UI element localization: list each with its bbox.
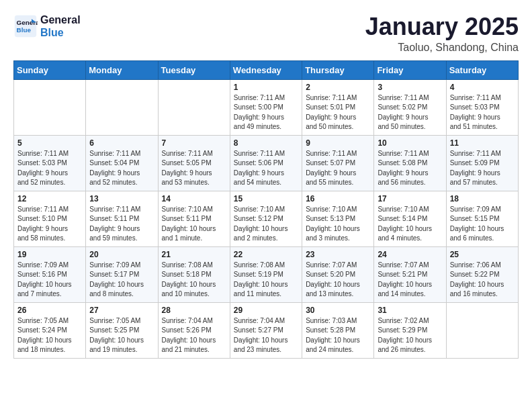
calendar-day-14: 14Sunrise: 7:10 AMSunset: 5:11 PMDayligh…	[158, 191, 230, 246]
day-number: 18	[450, 194, 515, 203]
day-number: 11	[450, 138, 515, 148]
main-title: January 2025	[365, 13, 519, 40]
calendar-day-4: 4Sunrise: 7:11 AMSunset: 5:03 PMDaylight…	[446, 79, 518, 135]
day-info: Sunrise: 7:10 AMSunset: 5:12 PMDaylight:…	[234, 205, 298, 244]
day-number: 7	[162, 138, 226, 148]
day-number: 9	[306, 138, 370, 148]
day-info: Sunrise: 7:11 AMSunset: 5:07 PMDaylight:…	[306, 149, 370, 188]
day-info: Sunrise: 7:11 AMSunset: 5:11 PMDaylight:…	[89, 205, 154, 244]
calendar-week-row: 1Sunrise: 7:11 AMSunset: 5:00 PMDaylight…	[14, 79, 519, 135]
day-number: 26	[17, 306, 82, 315]
day-header-saturday: Saturday	[446, 60, 518, 79]
day-header-monday: Monday	[86, 60, 158, 79]
calendar-day-25: 25Sunrise: 7:06 AMSunset: 5:22 PMDayligh…	[446, 246, 518, 302]
day-number: 22	[234, 250, 298, 259]
calendar-day-23: 23Sunrise: 7:07 AMSunset: 5:20 PMDayligh…	[302, 246, 374, 302]
logo-icon: General Blue	[13, 14, 38, 38]
day-info: Sunrise: 7:05 AMSunset: 5:25 PMDaylight:…	[89, 316, 154, 355]
day-info: Sunrise: 7:11 AMSunset: 5:09 PMDaylight:…	[450, 149, 515, 188]
title-block: January 2025 Taoluo, Shandong, China	[365, 13, 519, 54]
calendar-day-9: 9Sunrise: 7:11 AMSunset: 5:07 PMDaylight…	[302, 135, 374, 191]
day-info: Sunrise: 7:10 AMSunset: 5:11 PMDaylight:…	[162, 205, 226, 244]
day-info: Sunrise: 7:09 AMSunset: 5:17 PMDaylight:…	[89, 261, 154, 300]
day-info: Sunrise: 7:11 AMSunset: 5:01 PMDaylight:…	[306, 93, 370, 132]
day-info: Sunrise: 7:11 AMSunset: 5:03 PMDaylight:…	[17, 149, 82, 188]
day-info: Sunrise: 7:03 AMSunset: 5:28 PMDaylight:…	[306, 316, 370, 355]
day-header-tuesday: Tuesday	[158, 60, 230, 79]
day-info: Sunrise: 7:11 AMSunset: 5:04 PMDaylight:…	[89, 149, 154, 188]
day-number: 6	[89, 138, 154, 148]
calendar-day-10: 10Sunrise: 7:11 AMSunset: 5:08 PMDayligh…	[374, 135, 446, 191]
day-number: 15	[234, 194, 298, 203]
calendar-day-20: 20Sunrise: 7:09 AMSunset: 5:17 PMDayligh…	[86, 246, 158, 302]
day-number: 2	[306, 83, 370, 92]
day-number: 5	[17, 138, 82, 148]
calendar-day-15: 15Sunrise: 7:10 AMSunset: 5:12 PMDayligh…	[230, 191, 302, 246]
calendar-day-2: 2Sunrise: 7:11 AMSunset: 5:01 PMDaylight…	[302, 79, 374, 135]
day-info: Sunrise: 7:04 AMSunset: 5:27 PMDaylight:…	[234, 316, 298, 355]
day-header-sunday: Sunday	[14, 60, 86, 79]
day-number: 3	[378, 83, 442, 92]
calendar-day-5: 5Sunrise: 7:11 AMSunset: 5:03 PMDaylight…	[14, 135, 86, 191]
day-number: 19	[17, 250, 82, 259]
calendar-day-27: 27Sunrise: 7:05 AMSunset: 5:25 PMDayligh…	[86, 302, 158, 358]
day-info: Sunrise: 7:11 AMSunset: 5:10 PMDaylight:…	[17, 205, 82, 244]
svg-text:Blue: Blue	[17, 26, 32, 34]
calendar-day-28: 28Sunrise: 7:04 AMSunset: 5:26 PMDayligh…	[158, 302, 230, 358]
calendar-empty-cell	[158, 79, 230, 135]
day-info: Sunrise: 7:10 AMSunset: 5:14 PMDaylight:…	[378, 205, 442, 244]
day-info: Sunrise: 7:08 AMSunset: 5:18 PMDaylight:…	[162, 261, 226, 300]
calendar-day-19: 19Sunrise: 7:09 AMSunset: 5:16 PMDayligh…	[14, 246, 86, 302]
day-number: 28	[162, 306, 226, 315]
day-number: 10	[378, 138, 442, 148]
svg-text:General: General	[17, 19, 38, 26]
calendar-day-26: 26Sunrise: 7:05 AMSunset: 5:24 PMDayligh…	[14, 302, 86, 358]
day-number: 12	[17, 194, 82, 203]
calendar-header-row: SundayMondayTuesdayWednesdayThursdayFrid…	[14, 60, 519, 79]
day-number: 13	[89, 194, 154, 203]
calendar-day-6: 6Sunrise: 7:11 AMSunset: 5:04 PMDaylight…	[86, 135, 158, 191]
day-number: 27	[89, 306, 154, 315]
day-info: Sunrise: 7:07 AMSunset: 5:21 PMDaylight:…	[378, 261, 442, 300]
day-number: 17	[378, 194, 442, 203]
day-number: 21	[162, 250, 226, 259]
day-number: 23	[306, 250, 370, 259]
day-info: Sunrise: 7:11 AMSunset: 5:05 PMDaylight:…	[162, 149, 226, 188]
calendar-day-8: 8Sunrise: 7:11 AMSunset: 5:06 PMDaylight…	[230, 135, 302, 191]
calendar-day-29: 29Sunrise: 7:04 AMSunset: 5:27 PMDayligh…	[230, 302, 302, 358]
calendar-week-row: 19Sunrise: 7:09 AMSunset: 5:16 PMDayligh…	[14, 246, 519, 302]
calendar-day-31: 31Sunrise: 7:02 AMSunset: 5:29 PMDayligh…	[374, 302, 446, 358]
day-info: Sunrise: 7:11 AMSunset: 5:08 PMDaylight:…	[378, 149, 442, 188]
calendar-day-7: 7Sunrise: 7:11 AMSunset: 5:05 PMDaylight…	[158, 135, 230, 191]
logo-text-blue: Blue	[40, 26, 81, 39]
calendar-day-11: 11Sunrise: 7:11 AMSunset: 5:09 PMDayligh…	[446, 135, 518, 191]
day-info: Sunrise: 7:07 AMSunset: 5:20 PMDaylight:…	[306, 261, 370, 300]
day-info: Sunrise: 7:10 AMSunset: 5:13 PMDaylight:…	[306, 205, 370, 244]
day-info: Sunrise: 7:02 AMSunset: 5:29 PMDaylight:…	[378, 316, 442, 355]
day-header-friday: Friday	[374, 60, 446, 79]
day-info: Sunrise: 7:09 AMSunset: 5:15 PMDaylight:…	[450, 205, 515, 244]
day-number: 14	[162, 194, 226, 203]
day-number: 25	[450, 250, 515, 259]
logo: General Blue General Blue	[13, 13, 81, 39]
calendar-day-12: 12Sunrise: 7:11 AMSunset: 5:10 PMDayligh…	[14, 191, 86, 246]
calendar-week-row: 5Sunrise: 7:11 AMSunset: 5:03 PMDaylight…	[14, 135, 519, 191]
day-info: Sunrise: 7:05 AMSunset: 5:24 PMDaylight:…	[17, 316, 82, 355]
calendar-day-18: 18Sunrise: 7:09 AMSunset: 5:15 PMDayligh…	[446, 191, 518, 246]
day-number: 24	[378, 250, 442, 259]
calendar-day-1: 1Sunrise: 7:11 AMSunset: 5:00 PMDaylight…	[230, 79, 302, 135]
day-number: 16	[306, 194, 370, 203]
day-number: 20	[89, 250, 154, 259]
calendar-week-row: 26Sunrise: 7:05 AMSunset: 5:24 PMDayligh…	[14, 302, 519, 358]
day-info: Sunrise: 7:11 AMSunset: 5:02 PMDaylight:…	[378, 93, 442, 132]
day-info: Sunrise: 7:06 AMSunset: 5:22 PMDaylight:…	[450, 261, 515, 300]
day-number: 8	[234, 138, 298, 148]
day-info: Sunrise: 7:11 AMSunset: 5:00 PMDaylight:…	[234, 93, 298, 132]
day-info: Sunrise: 7:11 AMSunset: 5:03 PMDaylight:…	[450, 93, 515, 132]
day-header-thursday: Thursday	[302, 60, 374, 79]
calendar-day-17: 17Sunrise: 7:10 AMSunset: 5:14 PMDayligh…	[374, 191, 446, 246]
day-number: 30	[306, 306, 370, 315]
calendar-empty-cell	[446, 302, 518, 358]
day-info: Sunrise: 7:09 AMSunset: 5:16 PMDaylight:…	[17, 261, 82, 300]
calendar-day-21: 21Sunrise: 7:08 AMSunset: 5:18 PMDayligh…	[158, 246, 230, 302]
